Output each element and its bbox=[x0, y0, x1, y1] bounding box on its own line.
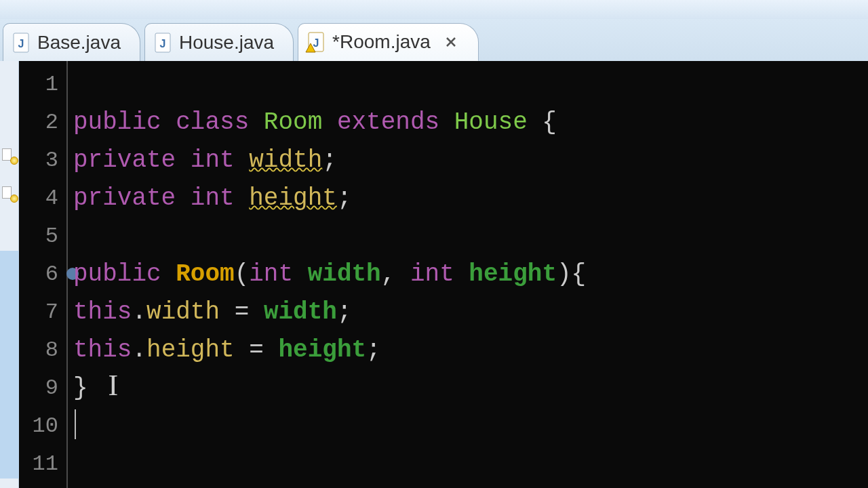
marker-cell[interactable] bbox=[0, 61, 19, 99]
tab-base-java[interactable]: J Base.java bbox=[3, 23, 140, 61]
java-file-warning-icon: J bbox=[308, 32, 326, 52]
line-number[interactable]: 7 bbox=[19, 293, 66, 331]
marker-cell[interactable] bbox=[0, 251, 19, 289]
line-number[interactable]: 4 bbox=[19, 179, 66, 217]
editor-tab-bar: J Base.java J House.java J bbox=[0, 19, 868, 61]
marker-cell[interactable] bbox=[0, 441, 19, 479]
svg-text:J: J bbox=[160, 38, 166, 49]
marker-cell[interactable] bbox=[0, 99, 19, 137]
java-file-icon: J bbox=[155, 33, 172, 53]
line-number[interactable]: 3 bbox=[19, 141, 66, 179]
warning-quickfix-icon[interactable] bbox=[2, 186, 17, 201]
code-line[interactable]: this.height = height; bbox=[68, 331, 868, 369]
tab-label: *Room.java bbox=[332, 31, 431, 53]
line-number[interactable]: 9 bbox=[19, 369, 66, 407]
code-line[interactable]: public class Room extends House { bbox=[68, 103, 868, 141]
caret bbox=[75, 409, 76, 439]
marker-cell[interactable] bbox=[0, 213, 19, 251]
line-number[interactable]: 11 bbox=[19, 445, 66, 483]
marker-cell[interactable] bbox=[0, 327, 19, 365]
marker-cell[interactable] bbox=[0, 175, 19, 213]
toolbar-strip bbox=[0, 0, 868, 19]
marker-cell[interactable] bbox=[0, 137, 19, 175]
ide-window: J Base.java J House.java J bbox=[0, 0, 868, 488]
code-line[interactable] bbox=[68, 65, 868, 103]
line-number[interactable]: 10 bbox=[19, 407, 66, 445]
marker-cell[interactable] bbox=[0, 289, 19, 327]
code-editor[interactable]: public class Room extends House { privat… bbox=[68, 61, 868, 488]
line-number[interactable]: 2 bbox=[19, 103, 66, 141]
line-number[interactable]: 6 bbox=[19, 255, 66, 293]
svg-text:J: J bbox=[18, 38, 24, 49]
tab-label: House.java bbox=[179, 32, 274, 54]
line-number[interactable]: 5 bbox=[19, 217, 66, 255]
code-line[interactable]: private int width; bbox=[68, 141, 868, 179]
svg-marker-6 bbox=[306, 43, 315, 52]
code-line[interactable] bbox=[68, 407, 868, 445]
close-tab-button[interactable] bbox=[443, 34, 459, 50]
tab-label: Base.java bbox=[37, 32, 121, 54]
code-line[interactable]: this.width = width; bbox=[68, 293, 868, 331]
marker-cell[interactable] bbox=[0, 365, 19, 403]
line-number-gutter: 1234567891011 bbox=[19, 61, 68, 488]
code-line[interactable]: private int height; bbox=[68, 179, 868, 217]
editor-area: 1234567891011 public class Room extends … bbox=[0, 61, 868, 488]
code-line[interactable] bbox=[68, 445, 868, 483]
marker-column bbox=[0, 61, 19, 488]
tab-house-java[interactable]: J House.java bbox=[144, 23, 294, 61]
warning-quickfix-icon[interactable] bbox=[2, 148, 17, 163]
java-file-icon: J bbox=[13, 33, 31, 53]
line-number[interactable]: 8 bbox=[19, 331, 66, 369]
close-icon bbox=[445, 36, 457, 48]
code-line[interactable] bbox=[68, 217, 868, 255]
line-number[interactable]: 1 bbox=[19, 65, 66, 103]
code-line[interactable]: public Room(int width, int height){ bbox=[68, 255, 868, 293]
tab-room-java[interactable]: J *Room.java bbox=[298, 23, 479, 61]
code-line[interactable]: }I bbox=[68, 369, 868, 407]
marker-cell[interactable] bbox=[0, 403, 19, 441]
text-cursor-icon: I bbox=[88, 368, 119, 403]
